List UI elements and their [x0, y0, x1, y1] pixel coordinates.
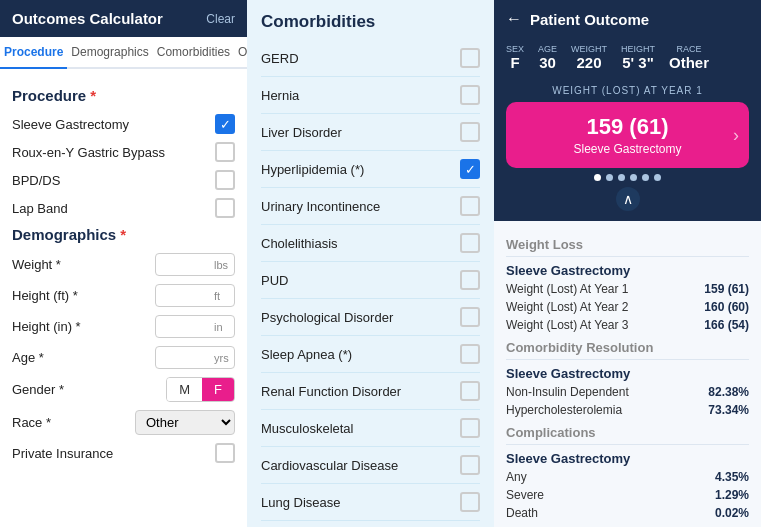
outcome-card-area: WEIGHT (LOST) AT YEAR 1 159 (61) Sleeve … [494, 81, 761, 221]
sleep-apnea-checkbox[interactable] [460, 344, 480, 364]
non-insulin-result-row: Non-Insulin Dependent 82.38% [506, 383, 749, 401]
meta-age: AGE 30 [538, 44, 557, 71]
lapband-checkbox[interactable] [215, 198, 235, 218]
comorbidity-lung: Lung Disease [261, 484, 480, 521]
gender-label: Gender * [12, 382, 64, 397]
height-in-unit: in [214, 321, 223, 333]
outcome-title: Patient Outcome [530, 11, 649, 28]
race-label: Race * [12, 415, 51, 430]
procedure-option-sleeve: Sleeve Gastrectomy [12, 114, 235, 134]
hyperlipidemia-label: Hyperlipidemia (*) [261, 162, 364, 177]
weight-loss-subsection: Sleeve Gastrectomy [506, 263, 749, 278]
height-in-row: Height (in) * 3 in [12, 315, 235, 338]
weight-loss-section: Weight Loss [506, 237, 749, 257]
comorbidity-cholelithiasis: Cholelithiasis [261, 225, 480, 262]
outcome-header: ← Patient Outcome [494, 0, 761, 38]
comorbidities-list: GERD Hernia Liver Disorder Hyperlipidemi… [247, 40, 494, 527]
pud-checkbox[interactable] [460, 270, 480, 290]
chevron-up-container: ∧ [506, 187, 749, 211]
comorbidity-psychological: Psychological Disorder [261, 299, 480, 336]
dot-6 [654, 174, 661, 181]
cardiovascular-label: Cardiovascular Disease [261, 458, 398, 473]
comorbidity-urinary: Urinary Incontinence [261, 188, 480, 225]
gender-m-button[interactable]: M [167, 378, 202, 401]
liver-checkbox[interactable] [460, 122, 480, 142]
musculoskeletal-label: Musculoskeletal [261, 421, 354, 436]
card-arrow-icon[interactable]: › [733, 125, 739, 146]
middle-panel: Comorbidities GERD Hernia Liver Disorder… [247, 0, 494, 527]
lapband-label: Lap Band [12, 201, 68, 216]
roux-label: Roux-en-Y Gastric Bypass [12, 145, 165, 160]
comorbidity-musculoskeletal: Musculoskeletal [261, 410, 480, 447]
weight-year2-row: Weight (Lost) At Year 2 160 (60) [506, 298, 749, 316]
procedure-option-lapband: Lap Band [12, 198, 235, 218]
gerd-checkbox[interactable] [460, 48, 480, 68]
gender-f-button[interactable]: F [202, 378, 234, 401]
age-input-field: 30 yrs [155, 346, 235, 369]
height-in-input[interactable]: 3 [162, 319, 212, 334]
comorbidity-liver: Liver Disorder [261, 114, 480, 151]
private-insurance-row: Private Insurance [12, 443, 235, 463]
comorbidity-hyperlipidemia: Hyperlipidemia (*) [261, 151, 480, 188]
hyperlipidemia-checkbox[interactable] [460, 159, 480, 179]
right-panel: ← Patient Outcome SEX F AGE 30 WEIGHT 22… [494, 0, 761, 527]
weight-row: Weight * 220 lbs [12, 253, 235, 276]
height-ft-input[interactable]: 5 [162, 288, 212, 303]
collapse-button[interactable]: ∧ [616, 187, 640, 211]
gender-toggle: M F [166, 377, 235, 402]
cardiovascular-checkbox[interactable] [460, 455, 480, 475]
hernia-checkbox[interactable] [460, 85, 480, 105]
sleep-apnea-label: Sleep Apnea (*) [261, 347, 352, 362]
renal-checkbox[interactable] [460, 381, 480, 401]
age-input[interactable]: 30 [162, 350, 212, 365]
procedure-option-roux: Roux-en-Y Gastric Bypass [12, 142, 235, 162]
comorbidity-hernia: Hernia [261, 77, 480, 114]
tab-demographics[interactable]: Demographics [67, 37, 152, 67]
complications-any-value: 4.35% [715, 470, 749, 484]
race-select[interactable]: Other [135, 410, 235, 435]
sex-meta-label: SEX [506, 44, 524, 54]
left-content: Procedure * Sleeve Gastrectomy Roux-en-Y… [0, 69, 247, 527]
private-insurance-checkbox[interactable] [215, 443, 235, 463]
weight-year3-row: Weight (Lost) At Year 3 166 (54) [506, 316, 749, 334]
pud-label: PUD [261, 273, 288, 288]
dot-3 [618, 174, 625, 181]
comorbidities-title: Comorbidities [247, 0, 494, 40]
musculoskeletal-checkbox[interactable] [460, 418, 480, 438]
tab-comorbidities[interactable]: Comorbidities [153, 37, 234, 67]
weight-unit: lbs [214, 259, 228, 271]
complications-death-value: 0.02% [715, 506, 749, 520]
height-in-label: Height (in) * [12, 319, 81, 334]
complications-subsection: Sleeve Gastrectomy [506, 451, 749, 466]
private-insurance-label: Private Insurance [12, 446, 113, 461]
bpd-checkbox[interactable] [215, 170, 235, 190]
urinary-checkbox[interactable] [460, 196, 480, 216]
liver-label: Liver Disorder [261, 125, 342, 140]
comorbidity-resolution-section: Comorbidity Resolution [506, 340, 749, 360]
psychological-label: Psychological Disorder [261, 310, 393, 325]
psychological-checkbox[interactable] [460, 307, 480, 327]
back-button[interactable]: ← [506, 10, 522, 28]
gender-row: Gender * M F [12, 377, 235, 402]
app-title: Outcomes Calculator [12, 10, 163, 27]
left-panel: Outcomes Calculator Clear Procedure Demo… [0, 0, 247, 527]
tab-procedure[interactable]: Procedure [0, 37, 67, 69]
weight-year3-label: Weight (Lost) At Year 3 [506, 318, 629, 332]
app-header: Outcomes Calculator Clear [0, 0, 247, 37]
meta-sex: SEX F [506, 44, 524, 71]
urinary-label: Urinary Incontinence [261, 199, 380, 214]
weight-year1-value: 159 (61) [704, 282, 749, 296]
race-meta-label: RACE [677, 44, 702, 54]
roux-checkbox[interactable] [215, 142, 235, 162]
meta-race: RACE Other [669, 44, 709, 71]
tab-other[interactable]: Other [234, 37, 247, 67]
hypercholesterolemia-result-label: Hypercholesterolemia [506, 403, 622, 417]
patient-meta: SEX F AGE 30 WEIGHT 220 HEIGHT 5' 3" RAC… [494, 38, 761, 81]
lung-checkbox[interactable] [460, 492, 480, 512]
clear-button[interactable]: Clear [206, 12, 235, 26]
sex-meta-value: F [510, 54, 519, 71]
height-ft-row: Height (ft) * 5 ft [12, 284, 235, 307]
weight-input[interactable]: 220 [162, 257, 212, 272]
cholelithiasis-checkbox[interactable] [460, 233, 480, 253]
sleeve-gastrectomy-checkbox[interactable] [215, 114, 235, 134]
